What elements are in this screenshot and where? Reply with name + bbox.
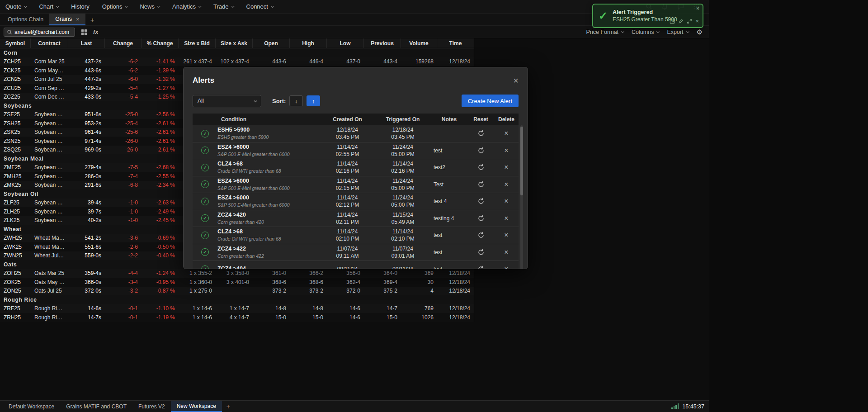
menu-item-history[interactable]: History bbox=[71, 3, 89, 10]
pct-change-cell: -1.41 % bbox=[142, 58, 179, 65]
layout-grid-icon[interactable] bbox=[81, 29, 87, 35]
delete-icon[interactable]: × bbox=[504, 198, 508, 205]
delete-icon[interactable]: × bbox=[504, 181, 508, 188]
symbol-cell: ZMF25 bbox=[0, 164, 31, 170]
alert-reset-cell bbox=[468, 265, 493, 269]
status-bar: Default WorkspaceGrains MATIF and CBOTFu… bbox=[0, 400, 709, 412]
column-header-volume[interactable]: Volume bbox=[401, 38, 437, 48]
menu-item-chart[interactable]: Chart bbox=[39, 3, 58, 10]
column-header-size-x-bid[interactable]: Size x Bid bbox=[179, 38, 216, 48]
check-circle-icon: ✓ bbox=[201, 248, 209, 256]
menu-item-analytics[interactable]: Analytics bbox=[172, 3, 201, 10]
column-header-previous[interactable]: Previous bbox=[364, 38, 401, 48]
delete-icon[interactable]: × bbox=[504, 147, 508, 154]
close-icon[interactable]: × bbox=[76, 16, 80, 22]
expand-icon[interactable] bbox=[687, 19, 692, 24]
chart-icon[interactable] bbox=[670, 19, 675, 24]
column-header-size-x-ask[interactable]: Size x Ask bbox=[216, 38, 253, 48]
create-new-alert-button[interactable]: Create New Alert bbox=[462, 95, 519, 107]
table-row[interactable]: ZOK25Oats May 25366-0s-3-4-0.95 %1 x 360… bbox=[0, 278, 474, 287]
scrollbar[interactable] bbox=[520, 125, 523, 269]
menu-item-quote[interactable]: Quote bbox=[5, 3, 26, 10]
contract-cell: Corn Dec 25 bbox=[31, 94, 68, 100]
column-header-last[interactable]: Last bbox=[68, 38, 105, 48]
chevron-down-icon bbox=[254, 99, 257, 102]
alert-notes-cell: test2 bbox=[430, 164, 468, 170]
alert-row: ✓ZCZ4 >40409/11/2409/11/24test× bbox=[193, 261, 519, 269]
alert-description: S&P 500 E-Mini greater than 6000 bbox=[217, 202, 319, 208]
edit-icon[interactable] bbox=[678, 19, 684, 24]
column-header-symbol[interactable]: Symbol bbox=[0, 38, 31, 48]
delete-icon[interactable]: × bbox=[504, 215, 508, 222]
alert-description: S&P 500 E-Mini greater than 6000 bbox=[217, 185, 319, 191]
column-header-change[interactable]: % Change bbox=[142, 38, 179, 48]
symbol-search-box[interactable] bbox=[4, 28, 75, 37]
reset-icon[interactable] bbox=[477, 249, 485, 256]
alert-reset-cell bbox=[468, 215, 493, 222]
workspace-tab-new-workspace[interactable]: New Workspace bbox=[171, 401, 222, 412]
reset-icon[interactable] bbox=[477, 232, 485, 239]
delete-icon[interactable]: × bbox=[504, 265, 508, 269]
alert-column-notes: Notes bbox=[430, 116, 468, 123]
scrollbar-thumb[interactable] bbox=[520, 127, 523, 195]
menu-item-trade[interactable]: Trade bbox=[213, 3, 233, 10]
table-row[interactable]: ZON25Oats Jul 25372-0s-3-2-0.87 %1 x 275… bbox=[0, 287, 474, 296]
delete-icon[interactable]: × bbox=[504, 130, 508, 137]
symbol-cell: ZWK25 bbox=[0, 244, 31, 250]
chevron-down-icon bbox=[56, 5, 59, 8]
reset-icon[interactable] bbox=[477, 130, 485, 137]
triggered-time: 05:00 PM bbox=[376, 201, 430, 208]
reset-icon[interactable] bbox=[477, 215, 485, 222]
fx-functions-button[interactable]: fx bbox=[93, 28, 99, 35]
table-row[interactable]: ZRH25Rough Rice M…14-7s-0-1-1.19 %1 x 14… bbox=[0, 313, 474, 322]
connection-signal-icon bbox=[671, 403, 679, 409]
menu-item-connect[interactable]: Connect bbox=[246, 3, 273, 10]
column-header-time[interactable]: Time bbox=[437, 38, 474, 48]
delete-icon[interactable]: × bbox=[504, 249, 508, 256]
tab-options-chain[interactable]: Options Chain bbox=[2, 14, 49, 25]
table-row[interactable]: ZOH25Oats Mar 25359-4s-4-4-1.24 %1 x 355… bbox=[0, 269, 474, 278]
workspace-tab-default-workspace[interactable]: Default Workspace bbox=[3, 401, 60, 412]
change-cell: -6-2 bbox=[105, 58, 142, 65]
open-cell: 373-2 bbox=[253, 288, 290, 294]
alert-notes-cell: testing 4 bbox=[430, 215, 468, 222]
column-header-open[interactable]: Open bbox=[253, 38, 290, 48]
add-workspace-button[interactable]: + bbox=[222, 401, 235, 412]
sort-descending-button[interactable]: ↓ bbox=[289, 95, 303, 106]
column-header-change[interactable]: Change bbox=[105, 38, 142, 48]
close-icon[interactable]: × bbox=[513, 76, 519, 85]
created-date: 11/14/24 bbox=[319, 143, 376, 151]
workspace-tab-grains-matif-and-cbot[interactable]: Grains MATIF and CBOT bbox=[60, 401, 132, 412]
alert-filter-dropdown[interactable]: All bbox=[193, 95, 261, 107]
close-icon[interactable]: × bbox=[695, 18, 699, 24]
created-date: 11/14/24 bbox=[319, 194, 376, 201]
reset-icon[interactable] bbox=[477, 164, 485, 171]
reset-icon[interactable] bbox=[477, 147, 485, 154]
gear-icon[interactable]: ⚙ bbox=[697, 28, 703, 35]
toolbar-menu-columns[interactable]: Columns bbox=[632, 29, 659, 35]
workspace-tab-futures-v2[interactable]: Futures V2 bbox=[132, 401, 171, 412]
search-input[interactable] bbox=[14, 29, 72, 35]
column-header-high[interactable]: High bbox=[290, 38, 327, 48]
tab-grains[interactable]: Grains× bbox=[49, 14, 85, 25]
symbol-cell: ZLF25 bbox=[0, 199, 31, 206]
column-header-contract[interactable]: Contract bbox=[31, 38, 68, 48]
table-row[interactable]: ZCH25Corn Mar 25437-2s-6-2-1.41 %261 x 4… bbox=[0, 57, 474, 66]
column-header-low[interactable]: Low bbox=[327, 38, 364, 48]
reset-icon[interactable] bbox=[477, 181, 485, 188]
reset-icon[interactable] bbox=[477, 198, 485, 205]
reset-icon[interactable] bbox=[477, 265, 485, 269]
toolbar-menu-price-format[interactable]: Price Format bbox=[586, 29, 624, 35]
sort-ascending-button[interactable]: ↑ bbox=[307, 95, 320, 106]
toolbar-menu-export[interactable]: Export bbox=[667, 29, 688, 35]
close-icon[interactable]: × bbox=[696, 6, 699, 11]
add-tab-button[interactable]: + bbox=[85, 14, 99, 25]
menu-item-options[interactable]: Options bbox=[102, 3, 127, 10]
menu-item-news[interactable]: News bbox=[140, 3, 160, 10]
delete-icon[interactable]: × bbox=[504, 164, 508, 171]
table-row[interactable]: ZRF25Rough Rice Ja…14-6s-0-1-1.10 %1 x 1… bbox=[0, 304, 474, 313]
check-circle-icon: ✓ bbox=[201, 265, 209, 269]
delete-icon[interactable]: × bbox=[504, 232, 508, 239]
alert-status-cell: ✓ bbox=[193, 164, 217, 171]
pct-change-cell: -2.61 % bbox=[142, 129, 179, 135]
